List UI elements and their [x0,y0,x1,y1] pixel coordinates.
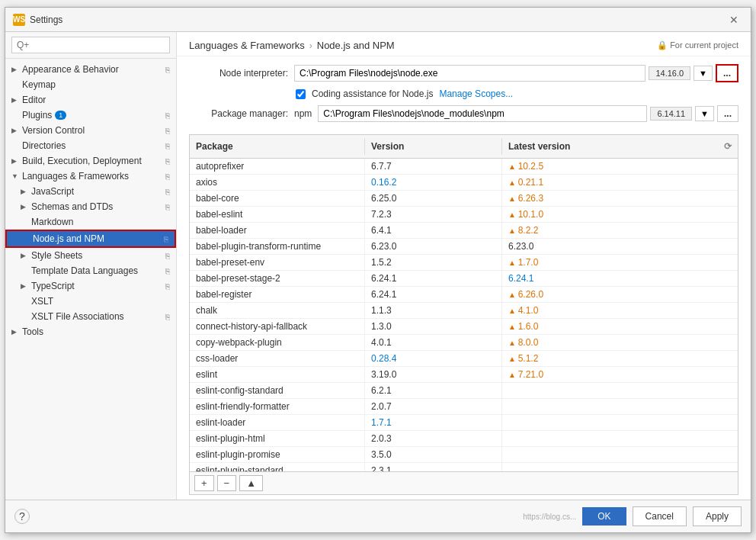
pkg-name: eslint-plugin-standard [190,463,365,471]
sidebar-item-tools[interactable]: ▶ Tools [5,324,176,339]
table-row[interactable]: eslint-plugin-promise 3.5.0 [190,447,738,463]
pkg-name: css-loader [190,351,365,366]
sidebar-item-label: Plugins [22,110,52,121]
sidebar-item-label: JavaScript [31,186,74,197]
table-row[interactable]: babel-preset-stage-2 6.24.1 6.24.1 [190,271,738,287]
table-row[interactable]: eslint-config-standard 6.2.1 [190,383,738,399]
col-version: Version [365,138,502,155]
table-row[interactable]: eslint-plugin-standard 2.3.1 [190,463,738,471]
table-row[interactable]: connect-history-api-fallback 1.3.0 1.6.0 [190,319,738,335]
chevron-right-icon: ▶ [11,157,21,165]
footer-url: https://blog.cs... [523,513,576,521]
sidebar-item-editor[interactable]: ▶ Editor [5,92,176,108]
copy-icon: ⎘ [165,111,170,120]
manage-scopes-link[interactable]: Manage Scopes... [439,88,513,99]
chevron-right-icon: ▶ [11,66,21,73]
table-body: autoprefixer 6.7.7 10.2.5 axios 0.16.2 0… [190,159,738,471]
sidebar-item-label: Template Data Languages [31,265,138,276]
table-row[interactable]: babel-register 6.24.1 6.26.0 [190,287,738,303]
packages-table: Package Version Latest version ⟳ autopre… [189,134,738,495]
cancel-button[interactable]: Cancel [633,506,687,526]
copy-icon: ⎘ [165,66,170,74]
sidebar-item-nodejs-npm[interactable]: Node.js and NPM ⎘ [5,230,176,248]
search-input[interactable] [11,37,170,53]
pkg-version: 2.3.1 [365,463,502,471]
pkg-name: eslint-plugin-html [190,431,365,446]
coding-assistance-checkbox[interactable] [296,89,306,99]
pkg-version: 6.23.0 [365,239,502,254]
sidebar-item-javascript[interactable]: ▶ JavaScript ⎘ [5,184,176,199]
table-row[interactable]: autoprefixer 6.7.7 10.2.5 [190,159,738,175]
window-title: Settings [30,14,62,25]
pkg-latest [502,399,738,414]
table-header: Package Version Latest version ⟳ [190,135,738,159]
sidebar-item-schemas-dtds[interactable]: ▶ Schemas and DTDs ⎘ [5,199,176,214]
package-manager-label: Package manager: [189,108,288,119]
pkg-version: 0.16.2 [365,175,502,190]
pkg-version: 7.2.3 [365,207,502,222]
refresh-icon[interactable]: ⟳ [724,141,732,152]
table-row[interactable]: babel-eslint 7.2.3 10.1.0 [190,207,738,223]
breadcrumb-parent: Languages & Frameworks [189,40,305,51]
remove-package-button[interactable]: − [217,475,237,491]
pkg-name: babel-preset-stage-2 [190,271,365,286]
pkg-latest: 5.1.2 [502,351,738,366]
sidebar-item-template-data[interactable]: Template Data Languages ⎘ [5,263,176,278]
pkg-latest [502,447,738,462]
node-interpreter-dots-button[interactable]: ... [716,64,738,82]
pkg-latest: 8.2.2 [502,223,738,238]
add-package-button[interactable]: + [194,475,214,491]
node-interpreter-input[interactable] [294,65,645,82]
chevron-right-icon: ▶ [21,203,30,211]
breadcrumb-separator: › [309,40,312,51]
pkg-name: babel-eslint [190,207,365,222]
table-row[interactable]: copy-webpack-plugin 4.0.1 8.0.0 [190,335,738,351]
pkg-version: 1.7.1 [365,415,502,430]
sidebar-item-typescript[interactable]: ▶ TypeScript ⎘ [5,278,176,294]
apply-button[interactable]: Apply [693,506,742,526]
table-row[interactable]: chalk 1.1.3 4.1.0 [190,303,738,319]
pkg-name: eslint [190,367,365,382]
sidebar-item-appearance[interactable]: ▶ Appearance & Behavior ⎘ [5,62,176,77]
pkg-latest: 6.26.3 [502,191,738,206]
col-package: Package [190,138,365,155]
table-row[interactable]: css-loader 0.28.4 5.1.2 [190,351,738,367]
settings-form: Node interpreter: 14.16.0 ▼ ... Coding a… [177,56,751,130]
table-row[interactable]: babel-preset-env 1.5.2 1.7.0 [190,255,738,271]
package-manager-input[interactable] [318,105,647,122]
table-row[interactable]: eslint-friendly-formatter 2.0.7 [190,399,738,415]
table-row[interactable]: babel-loader 6.4.1 8.2.2 [190,223,738,239]
update-package-button[interactable]: ▲ [239,475,263,491]
node-interpreter-row: Node interpreter: 14.16.0 ▼ ... [189,64,738,82]
node-version-dropdown-button[interactable]: ▼ [694,66,713,81]
sidebar-item-markdown[interactable]: Markdown [5,214,176,230]
copy-icon: ⎘ [165,188,170,196]
sidebar-item-version-control[interactable]: ▶ Version Control ⎘ [5,123,176,138]
sidebar-item-lang-frameworks[interactable]: ▼ Languages & Frameworks ⎘ [5,169,176,184]
sidebar-item-build-exec[interactable]: ▶ Build, Execution, Deployment ⎘ [5,153,176,169]
sidebar-item-xslt[interactable]: XSLT [5,294,176,309]
table-row[interactable]: axios 0.16.2 0.21.1 [190,175,738,191]
table-row[interactable]: eslint-plugin-html 2.0.3 [190,431,738,447]
sidebar-item-plugins[interactable]: Plugins 1 ⎘ [5,108,176,123]
sidebar-item-label: Version Control [22,125,85,136]
table-row[interactable]: eslint-loader 1.7.1 [190,415,738,431]
table-row[interactable]: eslint 3.19.0 7.21.0 [190,367,738,383]
table-row[interactable]: babel-plugin-transform-runtime 6.23.0 6.… [190,239,738,255]
sidebar-item-style-sheets[interactable]: ▶ Style Sheets ⎘ [5,248,176,263]
sidebar-item-label: XSLT File Associations [31,311,124,322]
chevron-down-icon: ▼ [11,172,21,180]
close-button[interactable]: ✕ [725,12,743,27]
sidebar-item-directories[interactable]: Directories ⎘ [5,138,176,153]
ok-button[interactable]: OK [582,507,626,526]
chevron-right-icon: ▶ [21,282,30,290]
npm-dots-button[interactable]: ... [717,105,738,122]
pkg-latest [502,383,738,398]
sidebar-item-xslt-file-assoc[interactable]: XSLT File Associations ⎘ [5,309,176,324]
sidebar-item-keymap[interactable]: Keymap [5,77,176,92]
sidebar-item-label: Node.js and NPM [33,233,104,244]
npm-version-dropdown-button[interactable]: ▼ [695,106,714,121]
table-row[interactable]: babel-core 6.25.0 6.26.3 [190,191,738,207]
pkg-name: babel-preset-env [190,255,365,270]
help-button[interactable]: ? [14,509,30,524]
